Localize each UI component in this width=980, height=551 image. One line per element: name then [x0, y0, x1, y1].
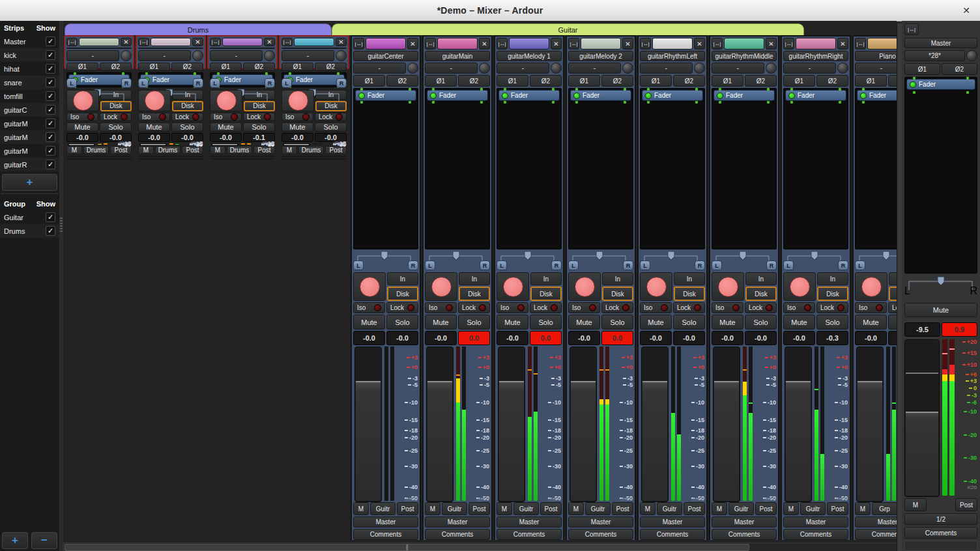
fader-handle[interactable] — [356, 381, 381, 382]
phase2-button[interactable]: Ø2 — [458, 75, 490, 87]
mute-button[interactable]: Mute — [640, 315, 672, 330]
sidebar-group-row[interactable]: Drums✓ — [0, 224, 59, 238]
sidebar-strip-row[interactable]: guitarC✓ — [0, 103, 59, 117]
solo-button[interactable]: Solo — [100, 122, 132, 132]
pan-right-button[interactable]: R — [623, 261, 633, 270]
pan-right-button[interactable]: R — [695, 261, 705, 270]
phase2-button[interactable]: Ø2 — [673, 75, 705, 87]
pan-left-button[interactable]: L — [855, 261, 865, 270]
phase2-button[interactable]: Ø2 — [816, 75, 848, 87]
gain-display[interactable]: -0.0 — [855, 331, 887, 345]
processor-active-led[interactable] — [358, 92, 365, 99]
processor-active-led[interactable] — [788, 92, 795, 99]
pan-widget[interactable]: LR — [640, 251, 705, 271]
pan-left-button[interactable]: L — [353, 261, 364, 270]
group-button[interactable]: Guitr — [657, 502, 682, 515]
gain-fader[interactable] — [426, 346, 454, 502]
solo-isolate-button[interactable]: Iso — [568, 302, 600, 313]
fader-handle[interactable] — [786, 381, 811, 382]
processor-active-led[interactable] — [645, 92, 652, 99]
output-button[interactable]: Master — [210, 156, 275, 157]
pan-left-button[interactable]: L — [138, 78, 149, 88]
master-trim-knob[interactable] — [966, 50, 977, 61]
master-phase1-button[interactable]: Ø1 — [904, 63, 940, 75]
trim-knob[interactable] — [407, 63, 418, 74]
phase1-button[interactable]: Ø1 — [497, 75, 528, 87]
mute-button[interactable]: Mute — [783, 315, 815, 330]
strip-color-bar[interactable] — [437, 38, 478, 49]
gain-display[interactable]: -0.0 — [281, 133, 313, 142]
strip-visible-checkbox[interactable]: ✓ — [46, 119, 55, 128]
sidebar-strip-row[interactable]: guitarM✓ — [0, 117, 59, 130]
sidebar-strip-row[interactable]: kick✓ — [0, 48, 59, 62]
record-arm-button[interactable] — [712, 272, 744, 301]
peak-display[interactable]: -0.3 — [816, 331, 848, 345]
monitor-input-button[interactable]: In — [459, 272, 490, 285]
gain-display[interactable]: -0.0 — [712, 331, 743, 345]
close-strip-icon[interactable]: ✕ — [622, 38, 633, 49]
fader-handle[interactable] — [499, 381, 524, 382]
output-button[interactable]: Master — [425, 516, 490, 528]
pan-right-button[interactable]: R — [970, 285, 977, 297]
comments-button[interactable]: Comments — [210, 158, 275, 160]
strip-color-bar[interactable] — [867, 38, 897, 49]
record-arm-button[interactable] — [353, 272, 386, 301]
monitor-input-button[interactable]: In — [745, 272, 777, 285]
fader-processor[interactable]: Fader — [68, 74, 130, 85]
peak-display[interactable]: 0.0 — [530, 331, 562, 345]
peak-display[interactable]: -0.0 — [386, 331, 418, 345]
pan-left-button[interactable]: L — [568, 261, 579, 270]
sidebar-strip-row[interactable]: Master✓ — [0, 35, 59, 48]
phase1-button[interactable]: Ø1 — [66, 63, 98, 71]
pan-right-button[interactable]: R — [336, 78, 347, 88]
processor-active-led[interactable] — [910, 81, 916, 88]
gain-display[interactable]: -0.0 — [568, 331, 600, 345]
input-button[interactable]: - — [281, 50, 334, 61]
record-arm-button[interactable] — [425, 272, 457, 301]
solo-lock-button[interactable]: Lock — [601, 302, 633, 313]
strip-visible-checkbox[interactable]: ✓ — [46, 50, 55, 60]
gain-display[interactable]: -0.0 — [497, 331, 528, 345]
strip-name-button[interactable]: tomfill — [281, 48, 347, 49]
solo-button[interactable]: Solo — [745, 315, 777, 330]
gain-display[interactable]: -0.0 — [66, 133, 98, 142]
processor-box[interactable]: Fader — [497, 88, 562, 249]
strip-name-button[interactable]: guitarRhythmRight — [783, 51, 848, 61]
strip-color-bar[interactable] — [151, 38, 191, 46]
strip-name-button[interactable]: guitarRhythmLeft — [640, 51, 705, 61]
fader-handle[interactable] — [906, 412, 938, 413]
solo-lock-button[interactable]: Lock — [243, 113, 275, 121]
output-button[interactable]: Master — [855, 516, 897, 528]
phase1-button[interactable]: Ø1 — [281, 63, 313, 71]
close-strip-icon[interactable]: ✕ — [264, 38, 275, 46]
pan-widget[interactable]: LR — [855, 251, 897, 271]
pan-widget[interactable]: LR — [353, 251, 418, 271]
narrow-strip-icon[interactable]: |↔| — [210, 38, 221, 46]
phase2-button[interactable]: Ø2 — [171, 63, 203, 71]
strip-color-bar[interactable] — [724, 38, 764, 49]
narrow-strip-icon[interactable]: |↔| — [855, 38, 866, 49]
trim-knob[interactable] — [192, 50, 203, 61]
fader-processor[interactable]: Fader — [713, 90, 775, 101]
input-button[interactable]: - — [783, 63, 836, 74]
pan-widget[interactable]: LR — [425, 251, 490, 271]
phase1-button[interactable]: Ø1 — [783, 75, 815, 87]
fader-handle[interactable] — [212, 144, 237, 145]
pan-left-button[interactable]: L — [712, 261, 722, 270]
solo-isolate-button[interactable]: Iso — [138, 113, 170, 121]
post-button[interactable]: Post — [612, 502, 633, 515]
master-post-button[interactable]: Post — [955, 498, 977, 511]
monitor-input-button[interactable]: In — [602, 272, 633, 285]
input-button[interactable]: - — [353, 63, 406, 74]
solo-lock-button[interactable]: Lock — [816, 302, 848, 313]
group-button[interactable]: Drums — [83, 146, 109, 154]
strip-visible-checkbox[interactable]: ✓ — [46, 91, 55, 101]
trim-knob[interactable] — [264, 50, 275, 61]
output-button[interactable]: Master — [712, 516, 777, 528]
pan-right-button[interactable]: R — [121, 78, 132, 88]
processor-box[interactable]: Fader — [712, 88, 777, 249]
strip-color-bar[interactable] — [222, 38, 263, 46]
narrow-strip-icon[interactable]: |↔| — [712, 38, 723, 49]
pan-left-button[interactable]: L — [904, 285, 910, 297]
mute-button[interactable]: Mute — [138, 122, 170, 132]
